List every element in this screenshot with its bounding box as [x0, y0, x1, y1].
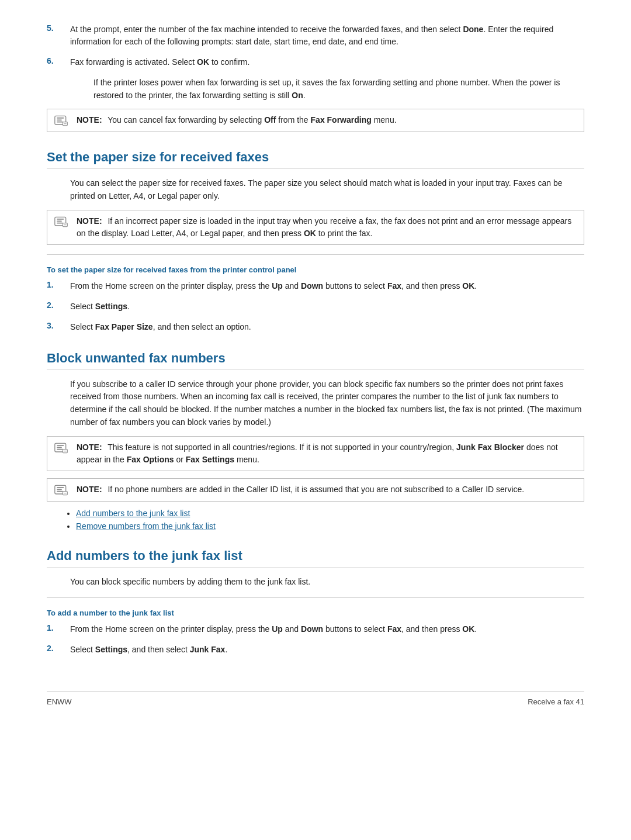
link-remove-numbers[interactable]: Remove numbers from the junk fax list	[76, 521, 584, 531]
step-6-num: 6.	[47, 56, 70, 68]
note-block-2-icon	[54, 483, 73, 496]
note-block-1-icon	[54, 441, 73, 454]
section3-heading: Add numbers to the junk fax list	[47, 548, 584, 568]
svg-rect-2	[57, 120, 62, 121]
note-fax-forwarding: NOTE: You can cancel fax forwarding by s…	[47, 109, 584, 132]
section1-step-3: 3. Select Fax Paper Size, and then selec…	[47, 321, 584, 333]
section3-step-2: 2. Select Settings, and then select Junk…	[47, 644, 584, 656]
step-5-text: At the prompt, enter the number of the f…	[70, 23, 584, 48]
footer-left: ENWW	[47, 697, 72, 706]
section3-step-1-text: From the Home screen on the printer disp…	[70, 623, 584, 635]
note-block-2: NOTE: If no phone numbers are added in t…	[47, 478, 584, 502]
step-6: 6. Fax forwarding is activated. Select O…	[47, 56, 584, 68]
link-remove-numbers-text[interactable]: Remove numbers from the junk fax list	[76, 521, 216, 531]
section1-body: You can select the paper size for receiv…	[70, 177, 584, 202]
section1-heading: Set the paper size for received faxes	[47, 150, 584, 169]
note-block-1: NOTE: This feature is not supported in a…	[47, 436, 584, 471]
svg-rect-19	[57, 487, 64, 488]
section1-step-2-num: 2.	[47, 300, 70, 313]
section2-links-list: Add numbers to the junk fax list Remove …	[76, 509, 584, 531]
note-block-2-text: NOTE: If no phone numbers are added in t…	[77, 483, 524, 496]
note-icon	[54, 114, 73, 127]
note-block-1-text: NOTE: This feature is not supported in a…	[77, 441, 577, 466]
section1-step-3-num: 3.	[47, 321, 70, 333]
section1-step-1-num: 1.	[47, 280, 70, 292]
svg-rect-9	[57, 223, 63, 224]
note-paper-size-text: NOTE: If an incorrect paper size is load…	[77, 215, 577, 240]
step-5-num: 5.	[47, 23, 70, 48]
svg-rect-21	[57, 490, 63, 492]
section3-step-2-num: 2.	[47, 644, 70, 656]
section1-step-3-text: Select Fax Paper Size, and then select a…	[70, 321, 584, 333]
section3-step-1-num: 1.	[47, 623, 70, 635]
step-5: 5. At the prompt, enter the number of th…	[47, 23, 584, 48]
step-6-text: Fax forwarding is activated. Select OK t…	[70, 56, 584, 68]
svg-rect-1	[57, 117, 64, 119]
link-add-numbers[interactable]: Add numbers to the junk fax list	[76, 509, 584, 518]
svg-rect-15	[57, 448, 63, 450]
section1-step-2-text: Select Settings.	[70, 300, 584, 313]
note-fax-forwarding-text: NOTE: You can cancel fax forwarding by s…	[77, 114, 397, 126]
note-paper-size-icon	[54, 215, 73, 228]
svg-rect-13	[57, 445, 64, 446]
section3-body: You can block specific numbers by adding…	[70, 576, 584, 589]
page-footer: ENWW Receive a fax 41	[47, 691, 584, 706]
section2-body: If you subscribe to a caller ID service …	[70, 378, 584, 429]
section1-step-2: 2. Select Settings.	[47, 300, 584, 313]
page-content: 5. At the prompt, enter the number of th…	[47, 23, 584, 706]
section3-step-2-text: Select Settings, and then select Junk Fa…	[70, 644, 584, 656]
note-paper-size: NOTE: If an incorrect paper size is load…	[47, 210, 584, 245]
svg-rect-20	[57, 489, 62, 490]
section1-subheading: To set the paper size for received faxes…	[47, 265, 584, 274]
section1-step-1-text: From the Home screen on the printer disp…	[70, 280, 584, 292]
svg-rect-14	[57, 447, 62, 448]
divider-1	[47, 254, 584, 255]
section2-heading: Block unwanted fax numbers	[47, 351, 584, 370]
section3-subheading: To add a number to the junk fax list	[47, 609, 584, 617]
step-6-extra: If the printer loses power when fax forw…	[93, 77, 584, 102]
svg-rect-7	[57, 219, 64, 220]
divider-2	[47, 597, 584, 598]
svg-rect-8	[57, 220, 62, 222]
section1-step-1: 1. From the Home screen on the printer d…	[47, 280, 584, 292]
svg-rect-3	[57, 122, 63, 123]
footer-right: Receive a fax 41	[528, 697, 584, 706]
link-add-numbers-text[interactable]: Add numbers to the junk fax list	[76, 509, 190, 518]
section3-step-1: 1. From the Home screen on the printer d…	[47, 623, 584, 635]
